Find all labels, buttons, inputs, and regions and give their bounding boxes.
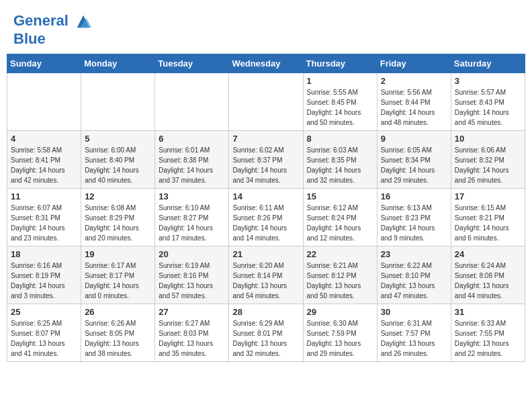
- calendar-cell: 16Sunrise: 6:13 AMSunset: 8:23 PMDayligh…: [377, 189, 451, 246]
- calendar-cell: [81, 73, 155, 131]
- day-info: Sunrise: 6:03 AMSunset: 8:35 PMDaylight:…: [307, 145, 373, 185]
- day-info: Sunrise: 6:26 AMSunset: 8:05 PMDaylight:…: [85, 318, 151, 359]
- day-info: Sunrise: 6:01 AMSunset: 8:38 PMDaylight:…: [159, 145, 225, 185]
- day-info: Sunrise: 6:07 AMSunset: 8:31 PMDaylight:…: [11, 203, 77, 243]
- calendar-cell: 18Sunrise: 6:16 AMSunset: 8:19 PMDayligh…: [7, 246, 81, 304]
- calendar-table: SundayMondayTuesdayWednesdayThursdayFrid…: [7, 54, 525, 362]
- calendar-week-1: 1Sunrise: 5:55 AMSunset: 8:45 PMDaylight…: [7, 73, 525, 131]
- day-info: Sunrise: 6:29 AMSunset: 8:01 PMDaylight:…: [232, 318, 299, 359]
- calendar-cell: 1Sunrise: 5:55 AMSunset: 8:45 PMDaylight…: [303, 73, 377, 131]
- day-number: 11: [11, 191, 77, 201]
- day-number: 26: [85, 307, 151, 317]
- calendar-cell: [229, 73, 303, 131]
- day-number: 3: [455, 76, 521, 86]
- calendar-cell: 12Sunrise: 6:08 AMSunset: 8:29 PMDayligh…: [81, 189, 155, 246]
- day-info: Sunrise: 6:25 AMSunset: 8:07 PMDaylight:…: [11, 318, 77, 359]
- calendar-cell: 21Sunrise: 6:20 AMSunset: 8:14 PMDayligh…: [229, 246, 303, 304]
- day-info: Sunrise: 6:22 AMSunset: 8:10 PMDaylight:…: [381, 261, 447, 301]
- logo-blue: Blue: [13, 31, 93, 47]
- calendar-cell: 30Sunrise: 6:31 AMSunset: 7:57 PMDayligh…: [377, 304, 451, 362]
- day-info: Sunrise: 6:16 AMSunset: 8:19 PMDaylight:…: [11, 261, 77, 301]
- day-number: 7: [232, 134, 299, 144]
- calendar-cell: 29Sunrise: 6:30 AMSunset: 7:59 PMDayligh…: [303, 304, 377, 362]
- day-number: 2: [381, 76, 447, 86]
- day-header-tuesday: Tuesday: [155, 54, 229, 73]
- day-number: 13: [159, 191, 225, 201]
- day-number: 18: [11, 249, 77, 259]
- day-info: Sunrise: 6:20 AMSunset: 8:14 PMDaylight:…: [232, 261, 299, 301]
- calendar-cell: 9Sunrise: 6:05 AMSunset: 8:34 PMDaylight…: [377, 131, 451, 189]
- calendar-cell: 14Sunrise: 6:11 AMSunset: 8:26 PMDayligh…: [229, 189, 303, 246]
- calendar-cell: 5Sunrise: 6:00 AMSunset: 8:40 PMDaylight…: [81, 131, 155, 189]
- day-info: Sunrise: 6:06 AMSunset: 8:32 PMDaylight:…: [455, 145, 521, 185]
- calendar-cell: 2Sunrise: 5:56 AMSunset: 8:44 PMDaylight…: [377, 73, 451, 131]
- day-info: Sunrise: 6:19 AMSunset: 8:16 PMDaylight:…: [159, 261, 225, 301]
- day-number: 5: [85, 134, 151, 144]
- day-header-friday: Friday: [377, 54, 451, 73]
- day-info: Sunrise: 6:24 AMSunset: 8:08 PMDaylight:…: [455, 261, 521, 301]
- day-header-saturday: Saturday: [451, 54, 525, 73]
- calendar-cell: 13Sunrise: 6:10 AMSunset: 8:27 PMDayligh…: [155, 189, 229, 246]
- day-number: 17: [455, 191, 521, 201]
- logo-icon: [74, 12, 93, 31]
- day-number: 29: [307, 307, 373, 317]
- day-number: 30: [381, 307, 447, 317]
- day-info: Sunrise: 6:31 AMSunset: 7:57 PMDaylight:…: [381, 318, 447, 359]
- day-number: 15: [307, 191, 373, 201]
- day-info: Sunrise: 5:55 AMSunset: 8:45 PMDaylight:…: [307, 87, 373, 128]
- day-info: Sunrise: 6:00 AMSunset: 8:40 PMDaylight:…: [85, 145, 151, 185]
- day-number: 10: [455, 134, 521, 144]
- logo: General Blue: [13, 12, 93, 47]
- day-info: Sunrise: 5:57 AMSunset: 8:43 PMDaylight:…: [455, 87, 521, 128]
- day-number: 23: [381, 249, 447, 259]
- day-number: 12: [85, 191, 151, 201]
- day-number: 4: [11, 134, 77, 144]
- calendar-cell: 4Sunrise: 5:58 AMSunset: 8:41 PMDaylight…: [7, 131, 81, 189]
- calendar-cell: 8Sunrise: 6:03 AMSunset: 8:35 PMDaylight…: [303, 131, 377, 189]
- calendar-cell: [7, 73, 81, 131]
- day-info: Sunrise: 6:02 AMSunset: 8:37 PMDaylight:…: [232, 145, 299, 185]
- day-info: Sunrise: 6:12 AMSunset: 8:24 PMDaylight:…: [307, 203, 373, 243]
- calendar-cell: 22Sunrise: 6:21 AMSunset: 8:12 PMDayligh…: [303, 246, 377, 304]
- day-info: Sunrise: 6:27 AMSunset: 8:03 PMDaylight:…: [159, 318, 225, 359]
- calendar-cell: 17Sunrise: 6:15 AMSunset: 8:21 PMDayligh…: [451, 189, 525, 246]
- calendar-cell: 3Sunrise: 5:57 AMSunset: 8:43 PMDaylight…: [451, 73, 525, 131]
- day-number: 31: [455, 307, 521, 317]
- calendar-cell: 26Sunrise: 6:26 AMSunset: 8:05 PMDayligh…: [81, 304, 155, 362]
- calendar-cell: 28Sunrise: 6:29 AMSunset: 8:01 PMDayligh…: [229, 304, 303, 362]
- day-number: 21: [232, 249, 299, 259]
- page-header: General Blue: [7, 7, 525, 50]
- calendar-cell: 19Sunrise: 6:17 AMSunset: 8:17 PMDayligh…: [81, 246, 155, 304]
- day-info: Sunrise: 6:15 AMSunset: 8:21 PMDaylight:…: [455, 203, 521, 243]
- calendar-cell: 25Sunrise: 6:25 AMSunset: 8:07 PMDayligh…: [7, 304, 81, 362]
- logo-text: General: [13, 12, 93, 31]
- calendar-cell: [155, 73, 229, 131]
- day-number: 1: [307, 76, 373, 86]
- day-number: 25: [11, 307, 77, 317]
- day-info: Sunrise: 5:56 AMSunset: 8:44 PMDaylight:…: [381, 87, 447, 128]
- day-info: Sunrise: 6:30 AMSunset: 7:59 PMDaylight:…: [307, 318, 373, 359]
- calendar-cell: 20Sunrise: 6:19 AMSunset: 8:16 PMDayligh…: [155, 246, 229, 304]
- day-number: 16: [381, 191, 447, 201]
- day-info: Sunrise: 6:08 AMSunset: 8:29 PMDaylight:…: [85, 203, 151, 243]
- calendar-cell: 24Sunrise: 6:24 AMSunset: 8:08 PMDayligh…: [451, 246, 525, 304]
- day-number: 9: [381, 134, 447, 144]
- calendar-week-4: 18Sunrise: 6:16 AMSunset: 8:19 PMDayligh…: [7, 246, 525, 304]
- day-info: Sunrise: 6:10 AMSunset: 8:27 PMDaylight:…: [159, 203, 225, 243]
- day-info: Sunrise: 6:21 AMSunset: 8:12 PMDaylight:…: [307, 261, 373, 301]
- day-number: 22: [307, 249, 373, 259]
- day-header-thursday: Thursday: [303, 54, 377, 73]
- day-number: 20: [159, 249, 225, 259]
- day-number: 19: [85, 249, 151, 259]
- calendar-cell: 31Sunrise: 6:33 AMSunset: 7:55 PMDayligh…: [451, 304, 525, 362]
- calendar-cell: 11Sunrise: 6:07 AMSunset: 8:31 PMDayligh…: [7, 189, 81, 246]
- day-info: Sunrise: 6:11 AMSunset: 8:26 PMDaylight:…: [232, 203, 299, 243]
- day-header-wednesday: Wednesday: [229, 54, 303, 73]
- day-info: Sunrise: 6:33 AMSunset: 7:55 PMDaylight:…: [455, 318, 521, 359]
- calendar-header-row: SundayMondayTuesdayWednesdayThursdayFrid…: [7, 54, 525, 73]
- day-header-monday: Monday: [81, 54, 155, 73]
- day-header-sunday: Sunday: [7, 54, 81, 73]
- day-number: 14: [232, 191, 299, 201]
- calendar-cell: 7Sunrise: 6:02 AMSunset: 8:37 PMDaylight…: [229, 131, 303, 189]
- calendar-week-3: 11Sunrise: 6:07 AMSunset: 8:31 PMDayligh…: [7, 189, 525, 246]
